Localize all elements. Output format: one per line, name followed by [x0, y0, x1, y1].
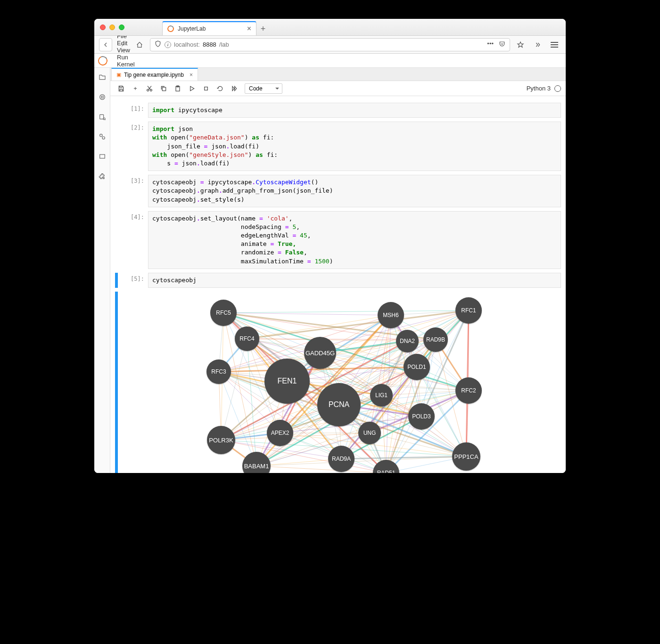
graph-node-apex2[interactable]: APEX2 [267, 420, 293, 446]
url-host: localhost: [174, 41, 200, 48]
graph-node-dna2[interactable]: DNA2 [396, 330, 419, 352]
url-right-icons: ••• [487, 40, 506, 49]
browser-tabstrip: JupyterLab × + [162, 19, 270, 35]
cell-input[interactable]: import ipycytoscape [148, 103, 561, 118]
graph-node-lig1[interactable]: LIG1 [370, 384, 393, 407]
graph-node-gadd45g[interactable]: GADD45G [304, 337, 336, 369]
graph-node-pold3[interactable]: POLD3 [408, 403, 435, 430]
menu-button[interactable] [548, 38, 561, 51]
url-port: 8888 [203, 41, 216, 48]
kernel-indicator-icon [554, 85, 561, 92]
back-button[interactable] [99, 38, 112, 51]
maximize-window-button[interactable] [119, 24, 124, 30]
overflow-button[interactable] [531, 38, 544, 51]
cell-prompt: [5]: [119, 273, 148, 282]
close-window-button[interactable] [100, 24, 106, 30]
svg-rect-1 [101, 96, 103, 98]
cut-button[interactable] [143, 83, 156, 94]
extension-icon[interactable] [98, 171, 107, 181]
graph-node-rfc1[interactable]: RFC1 [455, 297, 482, 324]
graph-node-rfc3[interactable]: RFC3 [206, 359, 231, 384]
copy-button[interactable] [157, 83, 170, 94]
notebook-tab[interactable]: ▣ Tip gene example.ipynb × [111, 68, 198, 81]
graph-node-pcna[interactable]: PCNA [317, 383, 361, 426]
cell-input[interactable]: cytoscapeobj = ipycytoscape.CytoscapeWid… [148, 175, 561, 207]
graph-node-rad9a[interactable]: RAD9A [328, 446, 355, 472]
cell-5[interactable]: [5]:cytoscapeobj [115, 273, 561, 288]
cell-input[interactable]: import json with open("geneData.json") a… [148, 122, 561, 171]
menu-view[interactable]: View [112, 47, 144, 54]
celltype-label: Code [249, 85, 263, 92]
jupyter-menubar: FileEditViewRunKernelTabsSettingsHelp [94, 54, 566, 68]
celltype-select[interactable]: Code [245, 83, 282, 94]
svg-line-217 [341, 457, 466, 459]
main-pane: ▣ Tip gene example.ipynb × + Code Python [110, 68, 566, 473]
titlebar: JupyterLab × + [94, 19, 566, 36]
notebook-toolbar: + Code Python 3 [110, 81, 566, 96]
menu-edit[interactable]: Edit [112, 40, 144, 47]
cell-input[interactable]: cytoscapeobj.set_layout(name = 'cola', n… [148, 211, 561, 269]
svg-line-13 [223, 313, 391, 315]
info-icon[interactable]: i [165, 41, 171, 48]
svg-rect-12 [205, 87, 208, 90]
jupyter-logo-icon[interactable] [97, 55, 109, 67]
graph-node-ppp1ca[interactable]: PPP1CA [452, 442, 480, 471]
kernel-name: Python 3 [527, 85, 551, 92]
stop-button[interactable] [200, 83, 212, 94]
menu-run[interactable]: Run [112, 54, 144, 61]
cell-2[interactable]: [2]:import json with open("geneData.json… [115, 122, 561, 171]
pocket-icon[interactable] [498, 40, 506, 49]
graph-node-msh6[interactable]: MSH6 [378, 302, 404, 328]
svg-rect-6 [99, 155, 105, 158]
graph-node-polr3k[interactable]: POLR3K [207, 426, 235, 454]
run-button[interactable] [186, 83, 198, 94]
graph-node-ung[interactable]: UNG [358, 422, 381, 444]
graph-node-rfc4[interactable]: RFC4 [235, 326, 259, 351]
shield-icon [154, 40, 162, 49]
jupyter-icon [166, 24, 175, 33]
close-tab-icon[interactable]: × [247, 24, 251, 33]
commands-icon[interactable] [98, 112, 107, 122]
restart-run-button[interactable] [228, 83, 240, 94]
graph-node-pold1[interactable]: POLD1 [404, 354, 430, 380]
paste-button[interactable] [172, 83, 184, 94]
bookmark-button[interactable] [514, 38, 527, 51]
graph-node-rad9b[interactable]: RAD9B [423, 327, 448, 352]
cell-prompt: [1]: [119, 103, 148, 112]
cell-1[interactable]: [1]:import ipycytoscape [115, 103, 561, 118]
graph-node-rfc2[interactable]: RFC2 [455, 377, 482, 404]
cell-input[interactable]: cytoscapeobj [148, 273, 561, 288]
cell-prompt: [2]: [119, 122, 148, 131]
settings-icon[interactable] [98, 132, 107, 141]
running-icon[interactable] [98, 92, 107, 102]
graph-node-rfc5[interactable]: RFC5 [210, 300, 237, 326]
browser-tab-title: JupyterLab [178, 25, 206, 32]
cell-output: RFC5MSH6RFC1RFC4DNA2RAD9BGADD45GRFC3POLD… [115, 292, 561, 473]
graph-node-fen1[interactable]: FEN1 [264, 359, 310, 404]
new-tab-button[interactable]: + [256, 22, 270, 35]
cytoscape-graph[interactable]: RFC5MSH6RFC1RFC4DNA2RAD9BGADD45GRFC3POLD… [195, 296, 516, 473]
cell-3[interactable]: [3]:cytoscapeobj = ipycytoscape.Cytoscap… [115, 175, 561, 207]
minimize-window-button[interactable] [109, 24, 115, 30]
browser-tab[interactable]: JupyterLab × [162, 21, 256, 35]
notebook-tabrow: ▣ Tip gene example.ipynb × [110, 68, 566, 81]
cell-prompt: [4]: [119, 211, 148, 220]
left-sidebar [94, 68, 110, 473]
file-browser-icon[interactable] [98, 73, 107, 82]
url-path: /lab [219, 41, 229, 48]
add-cell-button[interactable]: + [129, 83, 141, 94]
save-button[interactable] [115, 83, 127, 94]
more-icon[interactable]: ••• [487, 40, 494, 49]
menu-kernel[interactable]: Kernel [112, 61, 144, 68]
kernel-status[interactable]: Python 3 [527, 85, 561, 92]
svg-rect-2 [99, 114, 103, 119]
url-toolbar: i localhost:8888/lab ••• [94, 36, 566, 54]
cells-area[interactable]: [1]:import ipycytoscape[2]:import json w… [110, 96, 566, 473]
svg-point-4 [99, 134, 102, 137]
svg-point-5 [102, 137, 105, 139]
url-field[interactable]: i localhost:8888/lab ••• [150, 38, 510, 51]
close-notebook-icon[interactable]: × [190, 72, 193, 78]
tabs-icon[interactable] [98, 152, 107, 161]
restart-button[interactable] [214, 83, 226, 94]
cell-4[interactable]: [4]:cytoscapeobj.set_layout(name = 'cola… [115, 211, 561, 269]
